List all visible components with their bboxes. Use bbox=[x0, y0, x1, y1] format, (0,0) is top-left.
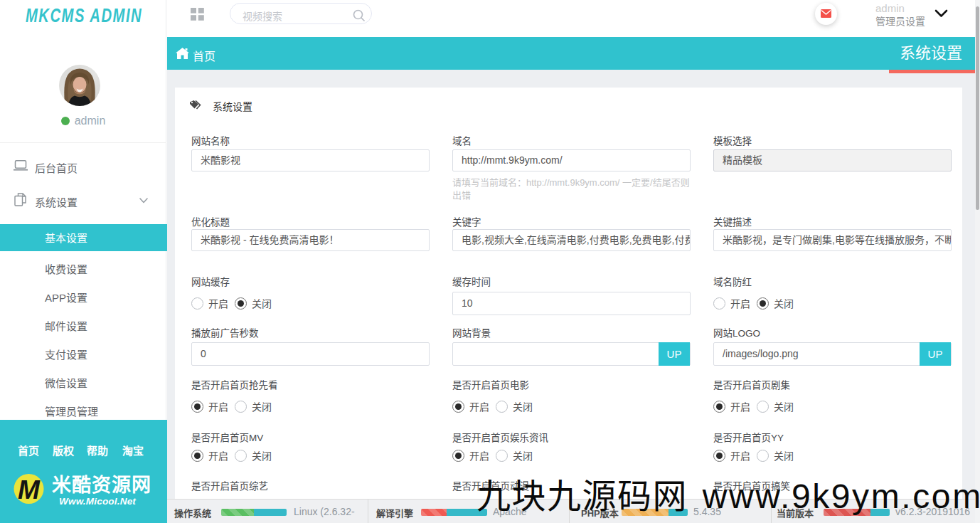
svg-text:M: M bbox=[18, 475, 41, 504]
